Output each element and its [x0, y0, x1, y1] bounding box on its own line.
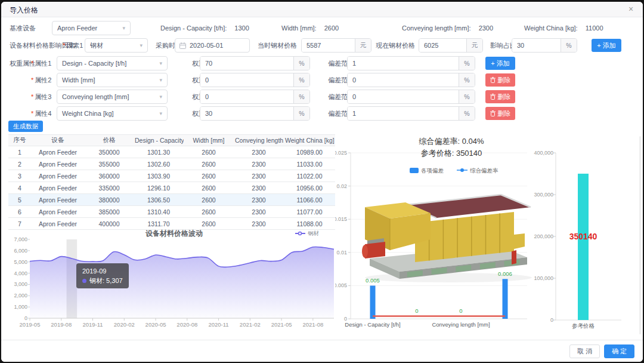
svg-text:1,000: 1,000 — [14, 304, 27, 310]
table-row[interactable]: 6Apron Feeder3850001310.402600230011077.… — [8, 206, 335, 218]
table-cell: Apron Feeder — [31, 146, 85, 158]
delete-label: 删除 — [498, 109, 511, 118]
form-row-attr1: 权重属性 *属性1 Design - Capacity [t/h] ▾ 权重 %… — [1, 56, 643, 71]
attr2-deviation-group: % — [347, 73, 475, 87]
svg-text:2020-05: 2020-05 — [145, 321, 166, 328]
ok-button[interactable]: 确 定 — [604, 344, 634, 358]
svg-text:7,000: 7,000 — [14, 236, 27, 242]
svg-text:300,000: 300,000 — [534, 192, 553, 198]
table-cell: 380000 — [85, 194, 134, 206]
attr1-select[interactable]: Design - Capacity [t/h] ▾ — [57, 56, 168, 70]
attr4-weight-group: % — [200, 106, 310, 121]
material-price-chart[interactable]: 01,0002,0003,0004,0005,0006,0007,0002019… — [7, 227, 340, 335]
svg-text:350140: 350140 — [569, 232, 597, 241]
percent-suffix: % — [459, 107, 475, 120]
table-cell: Apron Feeder — [31, 158, 85, 170]
table-row[interactable]: 1Apron Feeder3500001301.302600230010989.… — [8, 146, 335, 158]
delete-attr-button[interactable]: 删除 — [485, 90, 515, 103]
attr2-weight-input[interactable] — [200, 73, 293, 87]
add-factor-button[interactable]: + 添加 — [592, 39, 621, 52]
svg-text:0: 0 — [459, 307, 462, 314]
factor1-select[interactable]: 钢材 ▾ — [85, 38, 148, 53]
table-cell: 4 — [8, 182, 31, 194]
now-price-input[interactable] — [419, 39, 466, 52]
delete-attr-button[interactable]: 删除 — [485, 73, 515, 87]
attr3-weight-group: % — [200, 90, 310, 104]
svg-text:2019-08: 2019-08 — [51, 321, 72, 328]
spec-weight-value: 11000 — [586, 24, 603, 32]
column-header: 价格 — [85, 135, 134, 146]
column-header: 序号 — [8, 135, 31, 146]
attr3-deviation-group: % — [347, 90, 475, 104]
spec-width-label: Width [mm]: — [281, 24, 317, 32]
table-cell: 2 — [8, 158, 31, 170]
table-row[interactable]: 3Apron Feeder3600001303.902600230011022.… — [8, 170, 335, 182]
spec-capacity-value: 1300 — [234, 24, 249, 32]
table-cell: 2600 — [184, 170, 234, 182]
table-cell: 1302.60 — [134, 158, 184, 170]
table-row[interactable]: 2Apron Feeder3550001302.602600230011033.… — [8, 158, 335, 170]
spec-length: Conveying length [mm]: 2300 — [402, 20, 493, 36]
attr4-weight-input[interactable] — [200, 107, 293, 120]
then-price-input[interactable] — [302, 39, 355, 52]
attr2-deviation-input[interactable] — [348, 73, 459, 87]
attr1-weight-input[interactable] — [200, 57, 293, 70]
table-cell: 2600 — [184, 206, 234, 218]
base-equipment-select[interactable]: Apron Feeder ▾ — [52, 21, 131, 35]
svg-text:2021-05: 2021-05 — [271, 321, 292, 328]
table-row[interactable]: 5Apron Feeder3800001306.502600230011066.… — [8, 194, 335, 206]
now-price-group: 元 — [419, 38, 483, 53]
attr1-deviation-input[interactable] — [348, 57, 459, 70]
form-row-attr3: *属性3 Conveying length [mm] ▾ 权重 % 偏差范围 ±… — [1, 89, 643, 104]
tooltip-date: 2019-09 — [82, 266, 123, 276]
table-cell: 1301.30 — [134, 146, 184, 158]
add-attr-button[interactable]: + 添加 — [485, 57, 515, 70]
table-row[interactable]: 4Apron Feeder3350001296.102600230010956.… — [8, 182, 335, 194]
attr1-deviation-group: % — [347, 56, 475, 70]
table-cell: 2300 — [234, 170, 284, 182]
svg-text:2019-11: 2019-11 — [82, 321, 103, 328]
base-equipment-label: 基准设备 — [10, 20, 36, 36]
chevron-down-icon: ▾ — [140, 42, 143, 48]
svg-text:2020-02: 2020-02 — [114, 321, 135, 328]
trash-icon — [490, 94, 496, 100]
svg-text:Conveying length [mm]: Conveying length [mm] — [432, 321, 490, 328]
form-row-attr2: *属性2 Width [mm] ▾ 权重 % 偏差范围 ± % 删除 — [1, 72, 643, 88]
deviation-chart-svg: 00.0050.010.0150.020.0250.005000.006Desi… — [335, 134, 532, 340]
reference-price-chart[interactable]: 0100,000200,000300,000400,000350140参考价格 — [532, 134, 643, 340]
spec-weight-label: Weight China [kg]: — [524, 24, 578, 32]
factor1-label: *因素1 — [63, 38, 83, 53]
chart-tooltip: 2019-09 钢材: 5,307 — [76, 263, 129, 288]
deviation-chart[interactable]: 00.0050.010.0150.020.0250.005000.006Desi… — [335, 134, 532, 340]
close-icon[interactable]: × — [626, 4, 636, 14]
spec-length-value: 2300 — [479, 24, 493, 32]
base-equipment-value: Apron Feeder — [57, 24, 120, 32]
cancel-button[interactable]: 取 消 — [569, 344, 600, 358]
purchase-date-input[interactable]: 2020-05-01 — [175, 38, 250, 53]
svg-text:5,000: 5,000 — [14, 259, 27, 265]
attr4-select[interactable]: Weight China [kg] ▾ — [57, 106, 168, 121]
attr3-weight-input[interactable] — [200, 90, 293, 103]
spec-weight: Weight China [kg]: 11000 — [524, 20, 603, 36]
reference-price-chart-svg: 0100,000200,000300,000400,000350140参考价格 — [532, 134, 643, 340]
table-cell: 3 — [8, 170, 31, 182]
table-cell: 2300 — [234, 146, 284, 158]
column-header: Conveying length... — [234, 135, 284, 146]
apron-feeder-3d-render — [362, 195, 532, 282]
form-row-attr4: *属性4 Weight China [kg] ▾ 权重 % 偏差范围 ± % 删… — [1, 106, 643, 121]
scrollbar[interactable] — [639, 136, 641, 334]
svg-text:2,000: 2,000 — [14, 293, 27, 299]
import-price-dialog: 导入价格 × 基准设备 Apron Feeder ▾ Design - Capa… — [1, 2, 643, 362]
required-mark: * — [63, 42, 65, 49]
attr3-select[interactable]: Conveying length [mm] ▾ — [57, 90, 168, 104]
delete-attr-button[interactable]: 删除 — [485, 107, 515, 120]
page-title: 导入价格 — [10, 5, 38, 16]
ratio-input[interactable] — [512, 39, 561, 52]
attr4-deviation-input[interactable] — [348, 107, 459, 120]
chevron-down-icon: ▾ — [159, 110, 162, 116]
attr2-select[interactable]: Width [mm] ▾ — [57, 73, 168, 87]
table-cell: 11066.00 — [284, 194, 335, 206]
attr3-deviation-input[interactable] — [348, 90, 459, 103]
table-cell: 2300 — [234, 182, 284, 194]
generate-data-button[interactable]: 生成数据 — [8, 121, 43, 132]
